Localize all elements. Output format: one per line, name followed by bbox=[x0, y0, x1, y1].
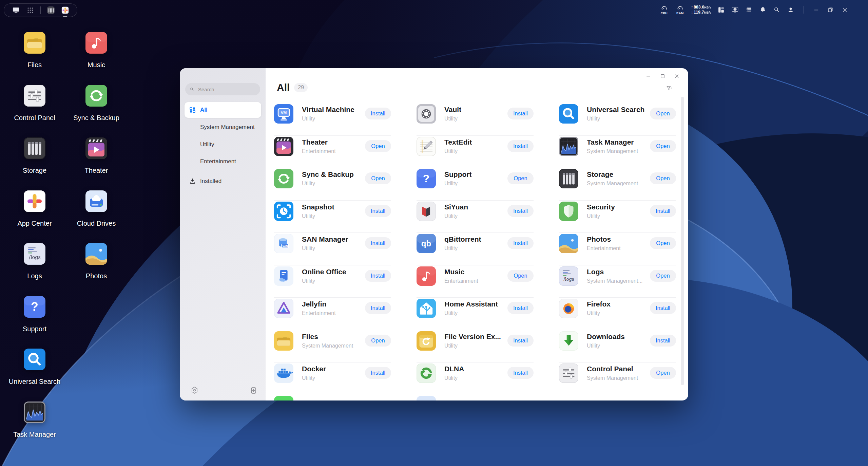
tray-window-icon[interactable] bbox=[813, 6, 820, 14]
tray-window-icon[interactable] bbox=[827, 6, 834, 14]
app-row[interactable]: Security Utility Install bbox=[559, 201, 676, 233]
app-row[interactable]: /logs Logs System Management... Open bbox=[559, 265, 676, 298]
app-row[interactable]: SiYuan Utility Install bbox=[417, 201, 534, 233]
app-row[interactable]: Jellyfin Entertainment Install bbox=[274, 298, 391, 330]
app-row[interactable]: DLNA Utility Install bbox=[417, 362, 534, 395]
desktop-item[interactable]: App Center bbox=[6, 190, 63, 243]
minimize-icon[interactable] bbox=[645, 73, 651, 79]
app-row[interactable]: Vault Utility Install bbox=[417, 103, 534, 136]
app-action-button[interactable]: Install bbox=[365, 367, 391, 379]
tray-window-icon[interactable] bbox=[841, 6, 848, 14]
app-action-button[interactable]: Install bbox=[365, 108, 391, 119]
app-action-button[interactable]: Open bbox=[650, 140, 676, 152]
sidebar-category-item[interactable]: All bbox=[185, 102, 261, 118]
desktop-item[interactable]: Task Manager bbox=[6, 402, 63, 454]
tray-icon[interactable] bbox=[773, 6, 781, 14]
app-row[interactable]: Files System Management Open bbox=[274, 330, 391, 363]
tray-icon[interactable] bbox=[717, 6, 725, 14]
desktop-item[interactable]: Photos bbox=[67, 243, 125, 296]
app-row[interactable]: Music Entertainment Open bbox=[417, 265, 534, 298]
sidebar-category-item[interactable]: Entertainment bbox=[185, 154, 261, 169]
taskbar-icon[interactable] bbox=[61, 6, 70, 15]
app-action-button[interactable]: Open bbox=[507, 270, 534, 282]
app-action-button[interactable]: Open bbox=[365, 172, 391, 184]
app-action-button[interactable]: Install bbox=[365, 205, 391, 217]
desktop-item[interactable]: Music bbox=[67, 32, 125, 85]
filter-icon[interactable] bbox=[666, 85, 673, 92]
app-action-button[interactable]: Open bbox=[650, 270, 676, 282]
app-action-button[interactable]: Open bbox=[650, 237, 676, 249]
app-action-button[interactable]: Install bbox=[650, 205, 676, 217]
maximize-icon[interactable] bbox=[660, 73, 666, 79]
app-action-button[interactable]: Install bbox=[650, 302, 676, 314]
app-row[interactable]: Firefox Utility Install bbox=[559, 298, 676, 330]
app-row[interactable]: Downloads Utility Install bbox=[559, 330, 676, 363]
app-row[interactable]: VM Virtual Machine Utility Install bbox=[274, 103, 391, 136]
app-category: Utility bbox=[587, 343, 600, 349]
desktop-item[interactable]: Storage bbox=[6, 137, 63, 190]
sidebar-category-item[interactable]: Installed bbox=[185, 173, 261, 189]
app-row[interactable]: Theater Entertainment Open bbox=[274, 136, 391, 168]
app-action-button[interactable]: Install bbox=[507, 302, 534, 314]
desktop-item[interactable]: Control Panel bbox=[6, 85, 63, 138]
app-row[interactable]: Docker Utility Install bbox=[274, 362, 391, 395]
taskbar-icon[interactable] bbox=[26, 6, 35, 15]
taskbar-icon[interactable] bbox=[46, 6, 55, 15]
app-action-button[interactable]: Open bbox=[650, 172, 676, 184]
app-action-button[interactable]: Open bbox=[365, 140, 391, 152]
app-action-button[interactable]: Install bbox=[365, 237, 391, 249]
app-action-button[interactable]: Install bbox=[507, 140, 534, 152]
app-action-button[interactable]: Install bbox=[365, 270, 391, 282]
desktop-item[interactable]: ? Support bbox=[6, 296, 63, 349]
app-action-button[interactable]: Install bbox=[507, 335, 534, 347]
taskbar-icon[interactable] bbox=[12, 6, 20, 15]
app-row[interactable]: qb qBittorrent Utility Install bbox=[417, 233, 534, 265]
app-row[interactable]: File Version Ex... Utility Install bbox=[417, 330, 534, 363]
tray-icon[interactable] bbox=[745, 6, 753, 14]
app-row[interactable]: Home Assistant Utility Install bbox=[417, 298, 534, 330]
app-action-button[interactable]: Open bbox=[650, 367, 676, 379]
desktop-item[interactable]: Files bbox=[6, 32, 63, 85]
tray-icon[interactable] bbox=[787, 6, 795, 14]
desktop-item[interactable]: Cloud Drives bbox=[67, 190, 125, 243]
desktop-item[interactable]: /logs Logs bbox=[6, 243, 63, 296]
app-action-button[interactable]: Install bbox=[507, 367, 534, 379]
control-panel-icon bbox=[559, 364, 578, 383]
app-action-button[interactable]: Install bbox=[507, 108, 534, 119]
settings-gear-icon[interactable] bbox=[190, 386, 199, 395]
app-category: Utility bbox=[302, 181, 315, 187]
app-row[interactable]: Control Panel System Management Open bbox=[559, 362, 676, 395]
ram-gauge[interactable]: RAM bbox=[675, 5, 685, 15]
app-row[interactable]: Sync & Backup Utility Open bbox=[274, 168, 391, 201]
desktop-item[interactable]: Universal Search bbox=[6, 349, 63, 402]
desktop-item[interactable]: Sync & Backup bbox=[67, 85, 125, 138]
app-row[interactable]: Universal Search Utility Open bbox=[559, 103, 676, 136]
install-queue-icon[interactable] bbox=[249, 386, 258, 395]
app-action-button[interactable]: Open bbox=[507, 172, 534, 184]
close-icon[interactable] bbox=[674, 73, 680, 79]
cpu-gauge[interactable]: CPU bbox=[659, 5, 669, 15]
search-input[interactable] bbox=[197, 86, 256, 93]
tray-icon[interactable] bbox=[731, 6, 739, 14]
app-row[interactable]: TextEdit Utility Install bbox=[417, 136, 534, 168]
app-row[interactable] bbox=[417, 395, 534, 401]
app-row[interactable]: SAN SAN Manager Utility Install bbox=[274, 233, 391, 265]
app-row[interactable]: Storage System Management Open bbox=[559, 168, 676, 201]
app-row[interactable]: Task Manager System Management Open bbox=[559, 136, 676, 168]
app-action-button[interactable]: Install bbox=[650, 335, 676, 347]
app-row[interactable]: Photos Entertainment Open bbox=[559, 233, 676, 265]
desktop-item[interactable]: Theater bbox=[67, 137, 125, 190]
app-row[interactable]: Snapshot Utility Install bbox=[274, 201, 391, 233]
sidebar-category-item[interactable]: Utility bbox=[185, 137, 261, 152]
scrollbar-thumb[interactable] bbox=[681, 97, 684, 385]
app-row[interactable] bbox=[274, 395, 391, 401]
app-action-button[interactable]: Open bbox=[650, 108, 676, 119]
app-action-button[interactable]: Install bbox=[507, 205, 534, 217]
sidebar-category-item[interactable]: System Management bbox=[185, 119, 261, 135]
app-action-button[interactable]: Install bbox=[365, 302, 391, 314]
tray-icon[interactable] bbox=[759, 6, 767, 14]
app-row[interactable]: Online Office Utility Install bbox=[274, 265, 391, 298]
app-action-button[interactable]: Open bbox=[365, 335, 391, 347]
app-row[interactable]: ? Support Utility Open bbox=[417, 168, 534, 201]
app-action-button[interactable]: Install bbox=[507, 237, 534, 249]
